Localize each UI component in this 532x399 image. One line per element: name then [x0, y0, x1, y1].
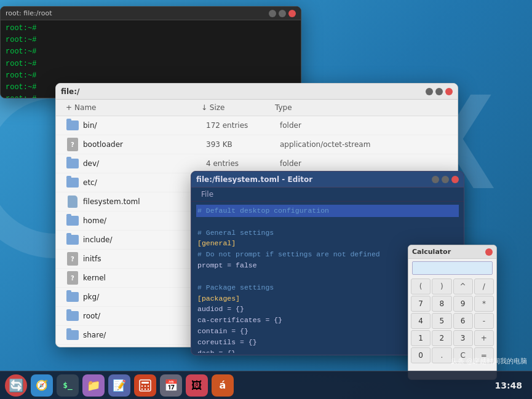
filemanager-titlebar: file:/: [56, 84, 458, 100]
folder-icon: [66, 157, 79, 170]
file-name: etc/: [83, 178, 206, 187]
editor-title: file:/filesystem.toml - Editor: [196, 175, 312, 184]
watermark: 头条 @穿越时间我的电脑: [451, 357, 528, 366]
filemanager-title: file:/: [61, 87, 79, 96]
calculator-button-x[interactable]: (: [411, 279, 431, 294]
calculator-titlebar: Calculator: [408, 245, 496, 259]
calculator-button-x[interactable]: ): [432, 279, 451, 294]
calendar-icon[interactable]: 📅: [160, 374, 182, 397]
file-size: 172 entries: [206, 121, 280, 130]
svg-point-7: [148, 388, 149, 389]
svg-point-2: [141, 385, 143, 386]
calculator-buttons: ()^/789*456-123+0.C=: [408, 277, 496, 365]
photos-icon[interactable]: 🖼: [186, 374, 208, 397]
calculator-button-9[interactable]: 9: [453, 296, 473, 312]
file-name: bin/: [83, 121, 206, 130]
file-name: share/: [83, 331, 206, 339]
terminal-maximize-button[interactable]: [279, 10, 286, 17]
terminal-line: root:~#: [6, 58, 296, 70]
svg-point-4: [148, 385, 149, 386]
calculator-button-3[interactable]: 3: [453, 330, 473, 346]
svg-point-6: [145, 388, 146, 389]
terminal-line: root:~#: [6, 46, 296, 58]
terminal-line: root:~#: [6, 34, 296, 46]
filemanager-close-button[interactable]: [445, 88, 453, 95]
terminal-icon[interactable]: $_: [57, 374, 79, 397]
calculator-close-button[interactable]: [485, 248, 493, 256]
list-item[interactable]: bootloader 393 KB application/octet-stre…: [56, 135, 458, 154]
file-name: pkg/: [83, 293, 206, 301]
file-unknown-icon: [66, 271, 79, 285]
calculator-button-1[interactable]: 1: [411, 330, 431, 346]
terminal-close-button[interactable]: [288, 10, 296, 17]
calculator-button-7[interactable]: 7: [411, 296, 431, 312]
file-size: 4 entries: [206, 159, 280, 168]
folder-icon: [66, 233, 79, 247]
calculator-button-4[interactable]: 4: [411, 313, 431, 329]
taskbar-clock: 13:48: [494, 381, 522, 390]
taskbar-time: 13:48: [494, 381, 522, 390]
editor-close-button[interactable]: [451, 176, 459, 183]
svg-point-3: [145, 385, 146, 386]
calculator-button-5[interactable]: 5: [432, 313, 451, 329]
folder-icon: [66, 328, 79, 342]
calculator-button-2[interactable]: 2: [432, 330, 451, 346]
file-type: folder: [280, 159, 448, 168]
file-name: include/: [83, 235, 206, 244]
column-size-header[interactable]: ↓ Size: [201, 103, 275, 112]
editor-line: [197, 216, 458, 227]
column-type-header[interactable]: Type: [275, 103, 448, 112]
taskbar: 🔄 🧭 $_ 📁 📝 📅 🖼 á 13:48: [0, 371, 532, 399]
file-name: kernel: [83, 274, 206, 282]
calculator-icon[interactable]: [134, 374, 156, 397]
editor-maximize-button[interactable]: [442, 176, 449, 183]
folder-icon: [66, 214, 79, 227]
terminal-title: root: file:/root: [6, 9, 52, 17]
filemanager-maximize-button[interactable]: [435, 88, 443, 95]
calculator-button-x[interactable]: +: [474, 330, 494, 346]
calculator-button-6[interactable]: 6: [453, 313, 473, 329]
file-type: folder: [280, 121, 448, 130]
file-name: dev/: [83, 159, 206, 168]
folder-icon: [66, 290, 79, 304]
system-icon[interactable]: 🔄: [5, 374, 27, 397]
browser-icon[interactable]: 🧭: [31, 374, 53, 397]
file-name: home/: [83, 216, 206, 225]
terminal-minimize-button[interactable]: [269, 10, 276, 17]
terminal-line: root:~#: [6, 23, 296, 34]
filemanager-minimize-button[interactable]: [426, 88, 433, 95]
folder-icon: [66, 119, 79, 132]
file-unknown-icon: [66, 138, 79, 151]
file-name: bootloader: [83, 140, 206, 149]
editor-line: # Default desktop configuration: [197, 205, 458, 217]
terminal-line: root:~#: [6, 70, 296, 82]
editor-line: # General settings: [197, 227, 458, 239]
editor-window-controls: [432, 176, 459, 183]
list-item[interactable]: bin/ 172 entries folder: [56, 116, 458, 135]
calculator-button-x[interactable]: -: [474, 313, 494, 329]
calculator-button-x[interactable]: /: [474, 279, 494, 294]
calculator-button-x[interactable]: *: [474, 296, 494, 312]
font-icon[interactable]: á: [212, 374, 234, 397]
terminal-window-controls: [269, 10, 296, 17]
editor-menubar: File: [191, 188, 464, 202]
calculator-button-0[interactable]: 0: [411, 347, 431, 363]
calculator-display: [412, 261, 493, 275]
files-icon[interactable]: 📁: [82, 374, 105, 397]
svg-rect-1: [141, 382, 149, 384]
editor-titlebar: file:/filesystem.toml - Editor: [191, 172, 464, 188]
filemanager-window-controls: [426, 88, 453, 95]
folder-icon: [66, 309, 79, 323]
editor-minimize-button[interactable]: [432, 176, 439, 183]
text-icon[interactable]: 📝: [108, 374, 130, 397]
calculator-button-x[interactable]: ^: [453, 279, 473, 294]
folder-icon: [66, 176, 79, 189]
file-name: initfs: [83, 255, 206, 263]
editor-menu-file[interactable]: File: [196, 189, 218, 200]
file-name: root/: [83, 312, 206, 320]
column-name-header[interactable]: + Name: [66, 103, 201, 112]
svg-point-5: [141, 388, 143, 389]
calculator-button-x[interactable]: .: [432, 347, 451, 363]
calculator-button-8[interactable]: 8: [432, 296, 451, 312]
file-unknown-icon: [66, 252, 79, 266]
